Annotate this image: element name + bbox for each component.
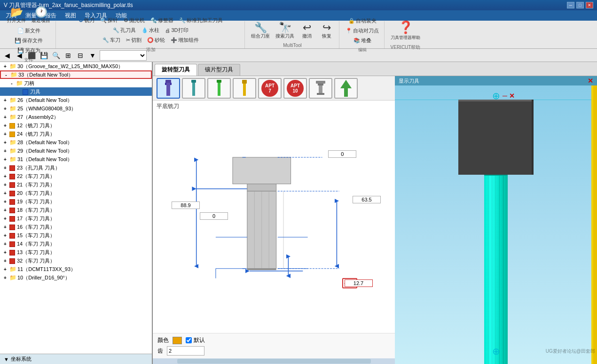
tab-insert[interactable]: 镶片型刀具 (198, 64, 240, 76)
recent-button[interactable]: 🕐 最近项目 (29, 6, 53, 25)
dim-d3-input[interactable] (353, 196, 381, 203)
tool-type-arrow[interactable] (334, 78, 358, 99)
expand-toggle[interactable]: + (2, 233, 8, 238)
auto-offset-button[interactable]: 📍 自动对刀点 (343, 26, 381, 35)
dim-d4-input[interactable] (200, 212, 228, 220)
expand-toggle[interactable]: + (2, 115, 8, 120)
auto-clamp-button[interactable]: 🔒 自动装夹 (346, 16, 379, 25)
default-checkbox[interactable] (186, 337, 192, 343)
stack-button[interactable]: 📚 堆叠 (351, 36, 374, 45)
tree-item[interactable]: 刀具 (0, 87, 152, 96)
tool-type-apt7[interactable]: APT7 (258, 78, 282, 99)
expand-toggle[interactable]: + (2, 123, 8, 128)
tree-item[interactable]: +📁25（WNMG080408_93） (0, 104, 152, 113)
car-button[interactable]: 🔧 车刀 (100, 36, 123, 45)
expand-toggle[interactable]: + (2, 174, 8, 179)
tree-item[interactable]: +19（车刀 刀具） (0, 197, 152, 206)
expand-toggle[interactable]: + (2, 140, 8, 145)
tb2-btn-1[interactable]: ◀ (2, 50, 12, 61)
tree-item[interactable]: +📁31（Default New Tool） (0, 155, 152, 163)
grind-button[interactable]: ⭕ 砂轮 (145, 36, 167, 45)
expand-toggle[interactable]: + (2, 241, 8, 247)
dim-d5-input[interactable] (345, 279, 373, 287)
tree-item[interactable]: +📁10（Driller_D16_90°） (0, 273, 152, 282)
tool-type-complex[interactable] (309, 78, 332, 99)
tree-item[interactable]: -📁刀柄 (0, 79, 152, 87)
expand-toggle[interactable]: + (2, 216, 8, 221)
tree-item[interactable]: +20（车刀 刀具） (0, 189, 152, 197)
view-close-button[interactable]: ✕ (588, 77, 593, 85)
minimize-button[interactable]: ─ (567, 2, 574, 8)
expand-toggle[interactable]: + (2, 98, 8, 103)
expand-toggle[interactable]: + (2, 275, 8, 280)
tree-item[interactable]: +13（车刀 刀具） (0, 248, 152, 256)
tree-item[interactable]: +24（铣刀 刀具） (0, 130, 152, 138)
tree-item[interactable]: +15（车刀 刀具） (0, 231, 152, 240)
expand-toggle[interactable]: + (2, 199, 8, 204)
print-button[interactable]: 🖨 3D打印 (163, 26, 190, 35)
tree-item[interactable]: +16（车刀 刀具） (0, 223, 152, 231)
tree-item[interactable]: +📁30（Groove_face_W2_L25_MIN30_MAX50） (0, 62, 152, 70)
toolbar2-select[interactable] (100, 50, 147, 61)
expand-toggle[interactable]: - (8, 81, 15, 86)
tb2-btn-5[interactable]: 🔍 (51, 50, 61, 61)
expand-toggle[interactable]: + (2, 191, 8, 196)
hole-tool-button[interactable]: 🔧 孔刀具 (110, 26, 138, 35)
tree-item[interactable]: +📁26（Default New Tool） (0, 96, 152, 104)
tree-item[interactable]: +21（车刀 刀具） (0, 180, 152, 189)
expand-toggle[interactable]: + (2, 64, 8, 69)
save-button[interactable]: 💾 保存文件 (12, 36, 45, 45)
tb2-btn-3[interactable]: ⬛ (26, 50, 37, 61)
water-button[interactable]: 💧 水柱 (139, 26, 162, 35)
probe-button[interactable]: 🔍 探针 (98, 16, 120, 25)
tree-item[interactable]: +32（车刀 刀具） (0, 256, 152, 265)
cut-button[interactable]: ✂ 切割 (124, 36, 144, 45)
expand-toggle[interactable]: + (2, 182, 8, 187)
redo-button[interactable]: ↪ 恢复 (317, 21, 336, 41)
tree-item[interactable]: +📁11（DCMT11T3XX_93） (0, 265, 152, 273)
expand-toggle[interactable]: + (2, 106, 8, 111)
tree-scroll-area[interactable]: +📁30（Groove_face_W2_L25_MIN30_MAX50）-📁33… (0, 62, 152, 354)
expand-toggle[interactable]: + (2, 267, 8, 272)
expand-toggle[interactable]: + (2, 132, 8, 137)
scroll-bar-bottom[interactable] (153, 358, 395, 364)
new-file-button[interactable]: 📄 新文件 (15, 26, 43, 35)
tree-item[interactable]: +23（孔刀具 刀具） (0, 163, 152, 172)
tb2-btn-4[interactable]: 💾 (39, 50, 49, 61)
expand-toggle[interactable]: + (2, 165, 8, 170)
tool-type-green[interactable] (207, 78, 231, 99)
tb2-btn-6[interactable]: ⊞ (63, 50, 73, 61)
view-3d-canvas[interactable]: ⊕ ─ ✕ (395, 85, 597, 364)
std-tool-button[interactable]: 🔧 标准孔加工刀具 (177, 16, 225, 25)
tb2-btn-8[interactable]: ▼ (87, 50, 98, 61)
mill-button[interactable]: ⚙ 铣刀 (76, 16, 97, 25)
maximize-button[interactable]: □ (576, 2, 584, 8)
tree-item[interactable]: +📁27（Assembly2） (0, 113, 152, 121)
tb2-btn-7[interactable]: ⊟ (75, 50, 86, 61)
tree-item[interactable]: +22（车刀 刀具） (0, 172, 152, 180)
expand-toggle[interactable]: + (2, 157, 8, 162)
expand-toggle[interactable]: + (2, 258, 8, 263)
add-group-button[interactable]: ➕ 增加组件 (168, 36, 201, 45)
undo-button[interactable]: ↩ 撤消 (298, 21, 316, 41)
dim-d1-input[interactable] (328, 150, 356, 158)
tool-type-teal[interactable] (182, 78, 205, 99)
open-file-button[interactable]: 📂 打开文件 (5, 6, 28, 25)
combo-tool-button[interactable]: 🔧 组合刀座 (249, 21, 272, 41)
help-button[interactable]: ❓ 刀具管理器帮助 (388, 19, 423, 42)
teeth-input[interactable] (167, 346, 204, 356)
tool-type-apt10[interactable]: APT10 (283, 78, 307, 99)
tree-item[interactable]: +12（铣刀 刀具） (0, 121, 152, 130)
expand-toggle[interactable]: + (2, 225, 8, 230)
expand-toggle[interactable]: + (2, 208, 8, 213)
expand-toggle[interactable]: - (3, 72, 9, 77)
tool-type-yellow[interactable] (233, 78, 256, 99)
color-picker-box[interactable] (173, 337, 182, 344)
expand-toggle[interactable]: + (2, 148, 8, 154)
tool-type-endmill-purple[interactable] (157, 78, 180, 99)
scroll-thumb[interactable] (177, 359, 371, 364)
grinder-button[interactable]: ⚙ 抛光机 (121, 16, 147, 25)
expand-toggle[interactable]: + (2, 250, 8, 255)
search-tool-button[interactable]: 🔭 搜索刀具 (273, 21, 297, 41)
tab-rotating[interactable]: 旋转型刀具 (155, 64, 197, 76)
